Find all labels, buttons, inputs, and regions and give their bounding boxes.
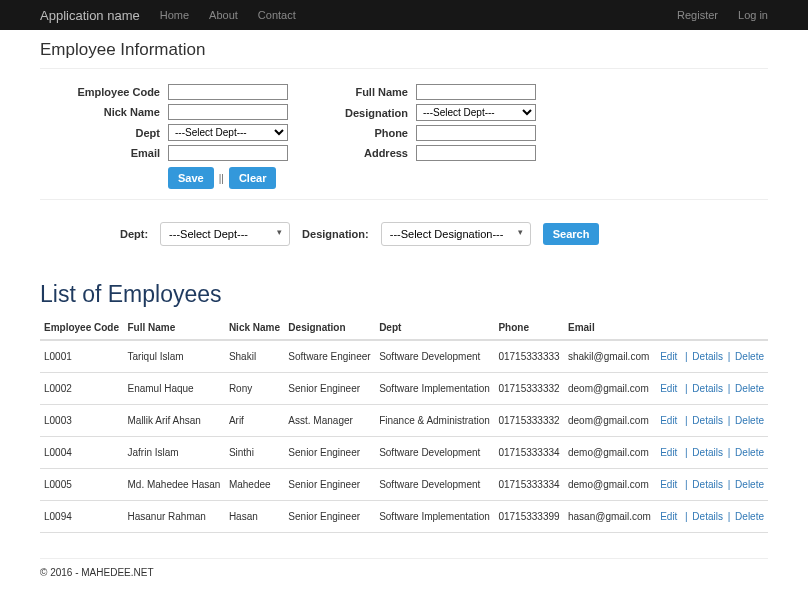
save-button[interactable]: Save (168, 167, 214, 189)
cell-dept: Software Implementation (375, 501, 494, 533)
delete-link[interactable]: Delete (735, 447, 764, 458)
cell-email: demo@gmail.com (564, 469, 655, 501)
input-employee-code[interactable] (168, 84, 288, 100)
edit-link[interactable]: Edit (660, 511, 677, 522)
cell-dept: Finance & Administration (375, 405, 494, 437)
input-full-name[interactable] (416, 84, 536, 100)
cell-full: Md. Mahedee Hasan (123, 469, 224, 501)
label-phone: Phone (318, 127, 408, 139)
label-address: Address (318, 147, 408, 159)
app-brand: Application name (40, 8, 140, 23)
select-designation[interactable]: ---Select Dept--- (416, 104, 536, 121)
cell-phone: 01715333332 (494, 373, 564, 405)
cell-code: L0002 (40, 373, 123, 405)
edit-link[interactable]: Edit (660, 383, 677, 394)
th-code: Employee Code (40, 316, 123, 340)
edit-link[interactable]: Edit (660, 447, 677, 458)
cell-desig: Asst. Manager (284, 405, 375, 437)
cell-code: L0001 (40, 340, 123, 373)
table-row: L0004Jafrin IslamSinthiSenior EngineerSo… (40, 437, 768, 469)
nav-link-contact[interactable]: Contact (258, 9, 296, 21)
cell-desig: Senior Engineer (284, 469, 375, 501)
delete-link[interactable]: Delete (735, 415, 764, 426)
table-row: L0005Md. Mahedee HasanMahedeeSenior Engi… (40, 469, 768, 501)
th-email: Email (564, 316, 655, 340)
input-phone[interactable] (416, 125, 536, 141)
details-link[interactable]: Details (692, 479, 723, 490)
label-fullname: Full Name (318, 86, 408, 98)
nav-link-home[interactable]: Home (160, 9, 189, 21)
cell-dept: Software Implementation (375, 373, 494, 405)
cell-code: L0005 (40, 469, 123, 501)
details-link[interactable]: Details (692, 383, 723, 394)
nav-link-about[interactable]: About (209, 9, 238, 21)
th-nick: Nick Name (225, 316, 284, 340)
details-link[interactable]: Details (692, 511, 723, 522)
search-dept-label: Dept: (120, 228, 148, 240)
form-title: Employee Information (40, 40, 768, 60)
cell-code: L0004 (40, 437, 123, 469)
delete-link[interactable]: Delete (735, 351, 764, 362)
divider (40, 199, 768, 200)
th-phone: Phone (494, 316, 564, 340)
cell-phone: 01715333333 (494, 340, 564, 373)
label-code: Employee Code (70, 86, 160, 98)
cell-full: Mallik Arif Ahsan (123, 405, 224, 437)
select-dept[interactable]: ---Select Dept--- (168, 124, 288, 141)
search-desig-label: Designation: (302, 228, 369, 240)
input-nick-name[interactable] (168, 104, 288, 120)
cell-code: L0094 (40, 501, 123, 533)
details-link[interactable]: Details (692, 447, 723, 458)
divider (40, 68, 768, 69)
action-cell: Edit | Details | Delete (655, 501, 768, 533)
cell-phone: 01715333332 (494, 405, 564, 437)
cell-full: Jafrin Islam (123, 437, 224, 469)
label-designation: Designation (318, 107, 408, 119)
employee-form: Employee Code Nick Name Dept ---Select D… (40, 79, 768, 199)
action-cell: Edit | Details | Delete (655, 469, 768, 501)
details-link[interactable]: Details (692, 351, 723, 362)
search-select-designation[interactable]: ---Select Designation--- (381, 222, 531, 246)
cell-email: deom@gmail.com (564, 405, 655, 437)
input-email[interactable] (168, 145, 288, 161)
edit-link[interactable]: Edit (660, 479, 677, 490)
list-title: List of Employees (40, 281, 768, 308)
cell-dept: Software Development (375, 340, 494, 373)
label-email: Email (70, 147, 160, 159)
nav-link-login[interactable]: Log in (738, 9, 768, 21)
cell-dept: Software Development (375, 469, 494, 501)
details-link[interactable]: Details (692, 415, 723, 426)
label-nick: Nick Name (70, 106, 160, 118)
table-row: L0002Enamul HaqueRonySenior EngineerSoft… (40, 373, 768, 405)
cell-full: Tariqul Islam (123, 340, 224, 373)
th-desig: Designation (284, 316, 375, 340)
action-cell: Edit | Details | Delete (655, 373, 768, 405)
cell-desig: Senior Engineer (284, 437, 375, 469)
delete-link[interactable]: Delete (735, 511, 764, 522)
edit-link[interactable]: Edit (660, 415, 677, 426)
input-address[interactable] (416, 145, 536, 161)
search-select-dept[interactable]: ---Select Dept--- (160, 222, 290, 246)
cell-email: shakil@gmail.com (564, 340, 655, 373)
cell-nick: Arif (225, 405, 284, 437)
cell-email: hasan@gmail.com (564, 501, 655, 533)
cell-code: L0003 (40, 405, 123, 437)
search-bar: Dept: ---Select Dept--- Designation: ---… (40, 210, 768, 256)
th-fullname: Full Name (123, 316, 224, 340)
search-button[interactable]: Search (543, 223, 600, 245)
cell-email: demo@gmail.com (564, 437, 655, 469)
label-dept: Dept (70, 127, 160, 139)
cell-nick: Rony (225, 373, 284, 405)
cell-phone: 01715333334 (494, 437, 564, 469)
delete-link[interactable]: Delete (735, 383, 764, 394)
cell-nick: Sinthi (225, 437, 284, 469)
nav-link-register[interactable]: Register (677, 9, 718, 21)
cell-full: Hasanur Rahman (123, 501, 224, 533)
clear-button[interactable]: Clear (229, 167, 277, 189)
table-row: L0001Tariqul IslamShakilSoftware Enginee… (40, 340, 768, 373)
delete-link[interactable]: Delete (735, 479, 764, 490)
employee-table: Employee Code Full Name Nick Name Design… (40, 316, 768, 533)
cell-desig: Software Engineer (284, 340, 375, 373)
edit-link[interactable]: Edit (660, 351, 677, 362)
cell-phone: 01715333334 (494, 469, 564, 501)
